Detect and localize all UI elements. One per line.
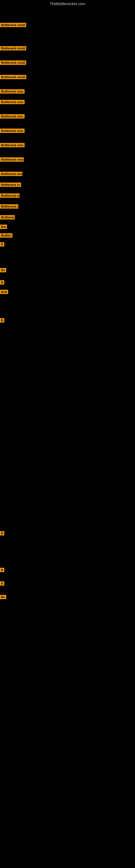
bottleneck-badge: Bottleneck result [0,61,26,65]
list-item: B [0,280,135,284]
list-item: Bo [0,595,135,599]
list-item: B [0,318,135,322]
bottleneck-badge: Bottleneck result [0,23,26,27]
list-item: Bottleneck resu [0,157,135,162]
list-item: Bottleneck re [0,204,135,209]
bottleneck-badge: B [0,280,4,284]
list-item: Bottlen [0,233,135,238]
list-item: Bottleneck resu [0,172,135,176]
site-title: TheBottlenecker.com [0,0,135,8]
list-item: Bottleneck result [0,23,135,27]
bottleneck-badge: Bottleneck re [0,183,21,187]
bottleneck-badge: Bottleneck resu [0,143,25,147]
list-item: Bottleneck resu [0,143,135,147]
list-item: B [0,581,135,586]
bottleneck-badge: Bottleneck result [0,75,26,79]
bottleneck-badge: B [0,531,4,535]
bottleneck-badge: Bottleneck resu [0,157,24,162]
list-item: Bottleneck resu [0,114,135,119]
list-item: Bottleneck resu [0,100,135,104]
list-item: Bottleneck re [0,193,135,198]
bottleneck-badge: B [0,568,4,572]
bottleneck-badge: Bott [0,290,8,294]
bottleneck-badge: Bottleneck result [0,46,26,51]
bottleneck-badge: Bo [0,268,6,272]
bottleneck-badge: Bottleneck re [0,193,20,198]
bottleneck-badge: Bottleneck resu [0,129,25,133]
bottleneck-badge: Bottlen [0,233,12,238]
list-item: Bottleneck resu [0,129,135,133]
bottleneck-badge: Bottleneck re [0,204,18,209]
list-item: B [0,568,135,572]
bottleneck-badge: Bot [0,225,7,229]
bottleneck-badge: Bottleneck resu [0,172,22,176]
bottleneck-badge: B [0,242,4,247]
bottleneck-badge: B [0,581,4,586]
list-item: B [0,531,135,535]
list-item: Bottleneck result [0,75,135,79]
list-item: Bottleneck resu [0,89,135,94]
list-item: Bot [0,225,135,229]
list-item: Bottleneck result [0,46,135,51]
bottleneck-badge: Bottleneck resu [0,114,25,119]
bottleneck-badge: Bottleneck resu [0,89,25,94]
list-item: Bottlenec [0,215,135,219]
bottleneck-badge: B [0,318,4,322]
list-item: B [0,242,135,247]
list-item: Bott [0,290,135,294]
bottleneck-badge: Bottlenec [0,215,15,219]
list-item: Bottleneck result [0,61,135,65]
bottleneck-badge: Bottleneck resu [0,100,25,104]
bottleneck-badge: Bo [0,595,6,599]
list-item: Bottleneck re [0,183,135,187]
list-item: Bo [0,268,135,272]
